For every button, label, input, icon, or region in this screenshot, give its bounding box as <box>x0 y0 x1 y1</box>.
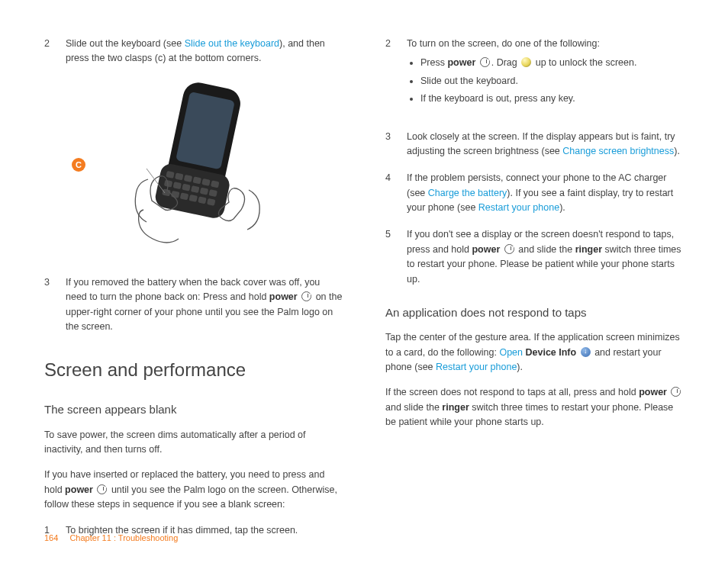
step-body: To turn on the screen, do one of the fol… <box>407 37 684 117</box>
step-number: 3 <box>44 275 66 335</box>
step-body: If the problem persists, connect your ph… <box>407 171 684 215</box>
bold-power: power <box>472 244 500 255</box>
page-footer: 164 Chapter 11 : Troubleshooting <box>44 532 178 545</box>
text: . Drag <box>491 57 520 68</box>
list-item: Slide out the keyboard. <box>420 74 684 88</box>
right-step-2: 2 To turn on the screen, do one of the f… <box>385 37 684 117</box>
bold-device-info: Device Info <box>525 347 576 358</box>
callout-c: C <box>72 158 85 172</box>
power-icon <box>480 57 490 67</box>
power-icon <box>671 387 681 397</box>
link-change-brightness[interactable]: Change screen brightness <box>562 146 674 156</box>
phone-illustration <box>110 79 278 262</box>
step-number: 3 <box>385 130 407 159</box>
step-number: 5 <box>385 227 407 287</box>
paragraph: Tap the center of the gesture area. If t… <box>385 330 684 375</box>
text: ). <box>559 202 565 213</box>
right-step-3: 3 Look closely at the screen. If the dis… <box>385 130 684 159</box>
bold-ringer: ringer <box>442 402 469 413</box>
list-item: If the keyboard is out, press any key. <box>420 92 684 106</box>
subheading-app-no-respond: An application does not respond to taps <box>385 304 684 321</box>
left-column: 2 Slide out the keyboard (see Slide out … <box>44 37 343 510</box>
figure-phone-clasps: C <box>44 79 343 262</box>
step-body: If you removed the battery when the back… <box>66 275 343 335</box>
bold-power: power <box>269 291 298 302</box>
device-info-icon <box>581 347 591 357</box>
right-column: 2 To turn on the screen, do one of the f… <box>385 37 684 510</box>
text: and slide the <box>516 244 575 255</box>
page-columns: 2 Slide out the keyboard (see Slide out … <box>44 37 684 510</box>
right-step-5: 5 If you don't see a display or the scre… <box>385 227 684 287</box>
step-number: 4 <box>385 171 407 215</box>
text: Press <box>420 57 447 68</box>
left-step-3: 3 If you removed the battery when the ba… <box>44 275 343 335</box>
text: ). <box>517 362 523 372</box>
heading-screen-performance: Screen and performance <box>44 355 343 384</box>
step-body: Look closely at the screen. If the displ… <box>407 130 684 159</box>
bold-ringer: ringer <box>575 244 602 255</box>
subheading-screen-blank: The screen appears blank <box>44 401 343 418</box>
paragraph: If the screen does not respond to taps a… <box>385 385 684 429</box>
list-item: Press power . Drag up to unlock the scre… <box>420 56 684 70</box>
link-open[interactable]: Open <box>499 347 523 358</box>
link-slide-out-keyboard[interactable]: Slide out the keyboard <box>185 38 279 49</box>
chapter-label: Chapter 11 : Troubleshooting <box>69 533 178 542</box>
left-step-2: 2 Slide out the keyboard (see Slide out … <box>44 37 343 66</box>
right-step-4: 4 If the problem persists, connect your … <box>385 171 684 215</box>
page-number: 164 <box>44 533 58 542</box>
step-number: 2 <box>44 37 66 66</box>
paragraph: If you have inserted or replaced the bat… <box>44 468 343 512</box>
bold-power: power <box>639 387 667 397</box>
power-icon <box>301 291 311 301</box>
paragraph: To save power, the screen dims automatic… <box>44 428 343 458</box>
link-restart-phone[interactable]: Restart your phone <box>436 362 517 372</box>
text: and slide the <box>385 402 442 413</box>
text: up to unlock the screen. <box>533 57 636 68</box>
text: If the screen does not respond to taps a… <box>385 387 639 397</box>
text: To turn on the screen, do one of the fol… <box>407 38 600 49</box>
power-icon <box>504 244 514 254</box>
step-body: Slide out the keyboard (see Slide out th… <box>66 37 343 66</box>
link-restart-phone[interactable]: Restart your phone <box>478 202 559 213</box>
link-charge-battery[interactable]: Charge the battery <box>428 188 507 198</box>
bold-power: power <box>447 57 475 68</box>
power-icon <box>97 484 107 494</box>
bold-power: power <box>65 484 93 495</box>
unlock-icon <box>521 57 531 67</box>
step-number: 2 <box>385 37 407 117</box>
step-body: If you don't see a display or the screen… <box>407 227 684 287</box>
bullet-list: Press power . Drag up to unlock the scre… <box>407 56 684 106</box>
text: Slide out the keyboard (see <box>66 38 185 49</box>
text: ). <box>674 146 680 156</box>
